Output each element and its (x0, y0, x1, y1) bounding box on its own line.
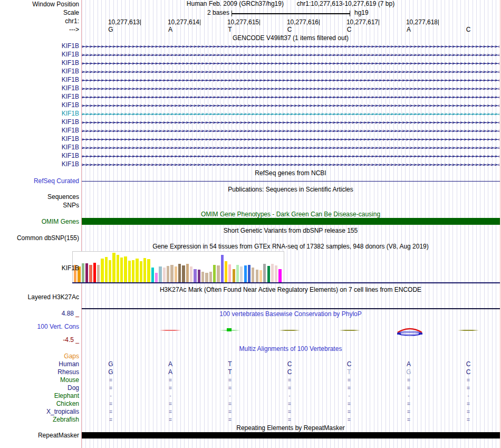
track-title-repeating-elements-by[interactable]: Repeating Elements by RepeatMasker (82, 425, 499, 432)
species-label-elephant[interactable]: Elephant (54, 393, 79, 399)
track-label-omim-genes[interactable]: OMIM Genes (42, 218, 79, 225)
window-position-header: Human Feb. 2009 (GRCh37/hg19) chr1:10,27… (82, 1, 499, 7)
species-label-gaps[interactable]: Gaps (64, 353, 79, 360)
track-title-omim-gene-phenotypes[interactable]: OMIM Gene Phenotypes - Dark Green Can Be… (82, 211, 499, 218)
species-label-chicken[interactable]: Chicken (56, 401, 79, 407)
alignment-mark: = (169, 377, 172, 384)
gene-row-label[interactable]: KIF1B (62, 152, 79, 159)
track-label-100-vert-cons[interactable]: 100 Vert. Cons (37, 323, 79, 330)
gtex-bar (163, 268, 166, 282)
gene-row[interactable]: >>>>>>>>>>>>>>>>>>>>>>>>>>>>>>>>>>>>>>>>… (82, 103, 499, 109)
track-title-publications-sequence[interactable]: Publications: Sequences in Scientific Ar… (82, 186, 499, 193)
track-label-repeatmasker[interactable]: RepeatMasker (38, 432, 79, 439)
gene-row-label[interactable]: KIF1B (62, 144, 79, 151)
assembly-label: Human Feb. 2009 (GRCh37/hg19) (187, 0, 284, 7)
track-title-100-vertebrates-basewi[interactable]: 100 vertebrates Basewise Conservation by… (82, 311, 499, 318)
gtex-bar (221, 255, 224, 282)
alignment-base: G (108, 369, 113, 376)
gene-row-label[interactable]: KIF1B (62, 93, 79, 100)
gene-row[interactable]: >>>>>>>>>>>>>>>>>>>>>>>>>>>>>>>>>>>>>>>>… (82, 111, 499, 117)
h3k27ac-baseline[interactable] (82, 308, 500, 309)
gene-row[interactable]: >>>>>>>>>>>>>>>>>>>>>>>>>>>>>>>>>>>>>>>>… (82, 128, 499, 134)
gene-row-label[interactable]: KIF1B (62, 136, 79, 142)
gene-row[interactable]: >>>>>>>>>>>>>>>>>>>>>>>>>>>>>>>>>>>>>>>>… (82, 61, 499, 66)
alignment-mark: = (288, 385, 291, 392)
species-label-rhesus[interactable]: Rhesus (57, 369, 79, 376)
species-label-zebrafish[interactable]: Zebrafish (53, 416, 79, 423)
track-title-multiz-alignments-of-1[interactable]: Multiz Alignments of 100 Vertebrates (82, 346, 499, 352)
track-title-gencode-v49lift37-1-i[interactable]: GENCODE V49lift37 (1 items filtered out) (82, 35, 499, 42)
strand-arrows: >>>>>>>>>>>>>>>>>>>>>>>>>>>>>>>>>>>>>>>>… (82, 120, 499, 126)
scale-bar-right-tick (350, 11, 350, 16)
repeatmasker-bar[interactable] (82, 432, 500, 439)
score-tick: _ (74, 336, 79, 344)
gene-row[interactable]: >>>>>>>>>>>>>>>>>>>>>>>>>>>>>>>>>>>>>>>>… (82, 120, 499, 126)
refseq-curated-line[interactable] (82, 181, 500, 182)
gene-row-label[interactable]: KIF1B (62, 51, 79, 58)
gene-row[interactable]: >>>>>>>>>>>>>>>>>>>>>>>>>>>>>>>>>>>>>>>>… (82, 44, 499, 50)
track-label-refseq-curated[interactable]: RefSeq Curated (34, 178, 79, 185)
track-label-window-position[interactable]: Window Position (32, 1, 79, 8)
gene-row-label[interactable]: KIF1B (62, 60, 79, 66)
gene-row[interactable]: >>>>>>>>>>>>>>>>>>>>>>>>>>>>>>>>>>>>>>>>… (82, 137, 499, 142)
track-title-gene-expression-in-54[interactable]: Gene Expression in 54 tissues from GTEx … (82, 243, 499, 250)
gene-row[interactable]: >>>>>>>>>>>>>>>>>>>>>>>>>>>>>>>>>>>>>>>>… (82, 78, 499, 83)
gtex-bar (117, 255, 119, 282)
gene-row[interactable]: >>>>>>>>>>>>>>>>>>>>>>>>>>>>>>>>>>>>>>>>… (82, 94, 499, 100)
track-label-sequences[interactable]: Sequences (47, 194, 79, 201)
species-label-x-tropicalis[interactable]: X_tropicalis (46, 408, 79, 415)
species-label-mouse[interactable]: Mouse (60, 377, 79, 384)
ruler-label[interactable]: 10,277,614 (168, 19, 199, 26)
gene-row-label[interactable]: KIF1B (62, 127, 79, 134)
gtex-bar (97, 265, 100, 282)
track-label-scale[interactable]: Scale (63, 9, 79, 16)
ruler-label[interactable]: 10,277,615 (227, 19, 259, 26)
gtex-bar (151, 268, 154, 282)
track-label-4-88[interactable]: 4.88 _ (62, 310, 79, 317)
alignment-mark: - (229, 393, 231, 399)
gene-row[interactable]: >>>>>>>>>>>>>>>>>>>>>>>>>>>>>>>>>>>>>>>>… (82, 69, 499, 75)
gtex-bar (167, 266, 169, 282)
species-label-dog[interactable]: Dog (68, 385, 79, 392)
gene-row-label[interactable]: KIF1B (62, 119, 79, 126)
alignment-mark: = (109, 377, 112, 384)
gene-row-label[interactable]: KIF1B (62, 43, 79, 50)
track-label-kif1b[interactable]: KIF1B (62, 265, 79, 272)
gtex-bar (259, 270, 262, 282)
strand-arrows: >>>>>>>>>>>>>>>>>>>>>>>>>>>>>>>>>>>>>>>>… (82, 78, 499, 83)
gtex-bar (124, 256, 127, 282)
track-label-4-5[interactable]: -4.5 _ (63, 337, 79, 344)
ruler-label[interactable]: 10,277,617 (346, 19, 378, 26)
ruler-label[interactable]: 10,277,616 (287, 19, 319, 26)
gene-row-label[interactable]: KIF1B (62, 77, 79, 83)
gene-row-label[interactable]: KIF1B (62, 85, 79, 92)
track-label-layered-h3k27ac[interactable]: Layered H3K27Ac (28, 294, 79, 301)
ruler-label[interactable]: 10,277,618 (406, 19, 438, 26)
omim-genes-bar[interactable] (82, 218, 500, 225)
gene-row[interactable]: >>>>>>>>>>>>>>>>>>>>>>>>>>>>>>>>>>>>>>>>… (82, 154, 499, 159)
track-label-[interactable]: ---> (69, 26, 79, 33)
gene-row[interactable]: >>>>>>>>>>>>>>>>>>>>>>>>>>>>>>>>>>>>>>>>… (82, 145, 499, 151)
gene-row[interactable]: >>>>>>>>>>>>>>>>>>>>>>>>>>>>>>>>>>>>>>>>… (82, 162, 499, 168)
gene-row-label[interactable]: KIF1B (62, 161, 79, 168)
gtex-bar (155, 273, 158, 282)
gene-row[interactable]: >>>>>>>>>>>>>>>>>>>>>>>>>>>>>>>>>>>>>>>>… (82, 52, 499, 58)
track-title-short-genetic-variants[interactable]: Short Genetic Variants from dbSNP releas… (82, 227, 499, 234)
track-label-chr1[interactable]: chr1: (65, 18, 79, 25)
strand-arrows: >>>>>>>>>>>>>>>>>>>>>>>>>>>>>>>>>>>>>>>>… (82, 162, 499, 168)
alignment-mark: = (228, 377, 232, 384)
ruler-label[interactable]: 10,277,613 (108, 19, 140, 26)
gene-row-label[interactable]: KIF1B (62, 110, 79, 117)
track-title-h3k27ac-mark-often-fo[interactable]: H3K27Ac Mark (Often Found Near Active Re… (82, 287, 499, 293)
track-label-common-dbsnp-155[interactable]: Common dbSNP(155) (17, 235, 79, 242)
track-label-snps[interactable]: SNPs (63, 202, 79, 209)
track-title-refseq-genes-from-ncbi[interactable]: RefSeq genes from NCBI (82, 170, 499, 177)
gene-row-label[interactable]: KIF1B (62, 102, 79, 109)
gene-row-label[interactable]: KIF1B (62, 68, 79, 75)
ruler-tick (379, 20, 379, 25)
gene-row[interactable]: >>>>>>>>>>>>>>>>>>>>>>>>>>>>>>>>>>>>>>>>… (82, 86, 499, 92)
alignment-mark: = (228, 409, 232, 415)
species-label-human[interactable]: Human (59, 361, 79, 368)
gtex-bar (271, 264, 274, 282)
gtex-bar (105, 257, 108, 282)
